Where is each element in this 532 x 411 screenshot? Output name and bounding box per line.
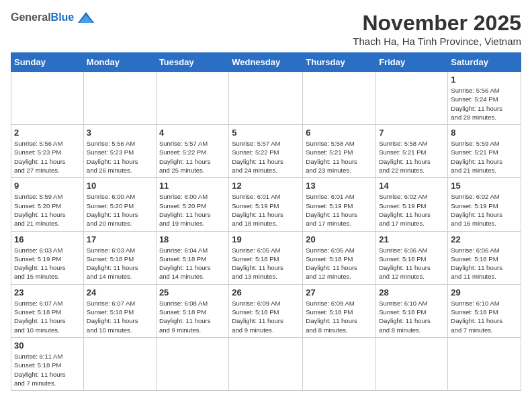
calendar-cell: 1Sunrise: 5:56 AM Sunset: 5:24 PM Daylig…: [448, 72, 521, 125]
day-info: Sunrise: 5:58 AM Sunset: 5:21 PM Dayligh…: [306, 139, 373, 175]
day-info: Sunrise: 5:57 AM Sunset: 5:22 PM Dayligh…: [159, 139, 226, 175]
day-number: 5: [232, 128, 300, 138]
day-info: Sunrise: 6:00 AM Sunset: 5:20 PM Dayligh…: [87, 192, 153, 228]
day-info: Sunrise: 6:07 AM Sunset: 5:18 PM Dayligh…: [87, 299, 153, 334]
calendar-cell: 14Sunrise: 6:02 AM Sunset: 5:19 PM Dayli…: [376, 178, 448, 231]
day-number: 13: [306, 181, 373, 191]
day-info: Sunrise: 5:59 AM Sunset: 5:21 PM Dayligh…: [451, 139, 518, 175]
weekday-saturday: Saturday: [448, 53, 521, 72]
day-info: Sunrise: 6:01 AM Sunset: 5:19 PM Dayligh…: [306, 192, 373, 228]
day-info: Sunrise: 6:03 AM Sunset: 5:18 PM Dayligh…: [87, 246, 153, 281]
day-number: 9: [14, 181, 81, 191]
calendar-cell: 28Sunrise: 6:10 AM Sunset: 5:18 PM Dayli…: [376, 284, 448, 337]
day-number: 15: [451, 181, 518, 191]
day-info: Sunrise: 6:05 AM Sunset: 5:18 PM Dayligh…: [306, 246, 373, 281]
day-info: Sunrise: 5:58 AM Sunset: 5:21 PM Dayligh…: [379, 139, 445, 175]
calendar-cell: [376, 72, 448, 125]
calendar-cell: [303, 337, 376, 390]
calendar-cell: 18Sunrise: 6:04 AM Sunset: 5:18 PM Dayli…: [156, 231, 228, 284]
calendar-cell: [303, 72, 376, 125]
week-row-1: 1Sunrise: 5:56 AM Sunset: 5:24 PM Daylig…: [11, 72, 521, 125]
day-number: 19: [232, 234, 300, 244]
day-info: Sunrise: 6:10 AM Sunset: 5:18 PM Dayligh…: [379, 299, 445, 334]
week-row-4: 16Sunrise: 6:03 AM Sunset: 5:19 PM Dayli…: [11, 231, 521, 284]
day-info: Sunrise: 5:56 AM Sunset: 5:23 PM Dayligh…: [14, 139, 81, 175]
weekday-sunday: Sunday: [11, 53, 84, 72]
calendar-cell: 24Sunrise: 6:07 AM Sunset: 5:18 PM Dayli…: [83, 284, 156, 337]
day-info: Sunrise: 6:09 AM Sunset: 5:18 PM Dayligh…: [232, 299, 300, 334]
weekday-thursday: Thursday: [303, 53, 376, 72]
day-info: Sunrise: 6:07 AM Sunset: 5:18 PM Dayligh…: [14, 299, 81, 334]
calendar-cell: 16Sunrise: 6:03 AM Sunset: 5:19 PM Dayli…: [11, 231, 84, 284]
calendar-cell: [229, 72, 303, 125]
day-number: 2: [14, 128, 81, 138]
day-number: 24: [87, 287, 153, 298]
week-row-3: 9Sunrise: 5:59 AM Sunset: 5:20 PM Daylig…: [11, 178, 521, 231]
weekday-wednesday: Wednesday: [229, 53, 303, 72]
calendar-cell: [156, 72, 228, 125]
calendar-cell: 27Sunrise: 6:09 AM Sunset: 5:18 PM Dayli…: [303, 284, 376, 337]
calendar-cell: [448, 337, 521, 390]
logo: General Blue: [11, 11, 95, 24]
calendar-cell: 4Sunrise: 5:57 AM Sunset: 5:22 PM Daylig…: [156, 125, 228, 178]
day-number: 21: [379, 234, 445, 244]
day-number: 3: [87, 128, 153, 138]
day-number: 8: [451, 128, 518, 138]
day-number: 30: [14, 340, 81, 351]
day-number: 25: [159, 287, 226, 298]
day-info: Sunrise: 6:11 AM Sunset: 5:18 PM Dayligh…: [14, 352, 81, 387]
day-info: Sunrise: 5:56 AM Sunset: 5:23 PM Dayligh…: [87, 139, 153, 175]
location-title: Thach Ha, Ha Tinh Province, Vietnam: [353, 36, 521, 47]
weekday-monday: Monday: [83, 53, 156, 72]
week-row-6: 30Sunrise: 6:11 AM Sunset: 5:18 PM Dayli…: [11, 337, 521, 390]
logo-icon: [77, 11, 95, 24]
calendar-cell: [11, 72, 84, 125]
calendar-cell: 5Sunrise: 5:57 AM Sunset: 5:22 PM Daylig…: [229, 125, 303, 178]
day-number: 4: [159, 128, 226, 138]
day-number: 17: [87, 234, 153, 244]
weekday-friday: Friday: [376, 53, 448, 72]
calendar-cell: [156, 337, 228, 390]
day-info: Sunrise: 6:06 AM Sunset: 5:18 PM Dayligh…: [451, 246, 518, 281]
day-number: 29: [451, 287, 518, 298]
calendar-cell: 23Sunrise: 6:07 AM Sunset: 5:18 PM Dayli…: [11, 284, 84, 337]
day-info: Sunrise: 6:02 AM Sunset: 5:19 PM Dayligh…: [451, 192, 518, 228]
calendar-cell: [229, 337, 303, 390]
day-info: Sunrise: 6:00 AM Sunset: 5:20 PM Dayligh…: [159, 192, 226, 228]
logo-general-text: General: [11, 11, 51, 24]
day-number: 6: [306, 128, 373, 138]
calendar-cell: 29Sunrise: 6:10 AM Sunset: 5:18 PM Dayli…: [448, 284, 521, 337]
calendar-cell: 22Sunrise: 6:06 AM Sunset: 5:18 PM Dayli…: [448, 231, 521, 284]
day-info: Sunrise: 6:10 AM Sunset: 5:18 PM Dayligh…: [451, 299, 518, 334]
day-number: 18: [159, 234, 226, 244]
weekday-tuesday: Tuesday: [156, 53, 228, 72]
day-number: 10: [87, 181, 153, 191]
day-info: Sunrise: 6:05 AM Sunset: 5:18 PM Dayligh…: [232, 246, 300, 281]
calendar-cell: [83, 72, 156, 125]
calendar-cell: 2Sunrise: 5:56 AM Sunset: 5:23 PM Daylig…: [11, 125, 84, 178]
day-number: 28: [379, 287, 445, 298]
day-info: Sunrise: 6:09 AM Sunset: 5:18 PM Dayligh…: [306, 299, 373, 334]
day-info: Sunrise: 6:02 AM Sunset: 5:19 PM Dayligh…: [379, 192, 445, 228]
day-number: 27: [306, 287, 373, 298]
day-info: Sunrise: 5:56 AM Sunset: 5:24 PM Dayligh…: [451, 86, 518, 122]
calendar-cell: 25Sunrise: 6:08 AM Sunset: 5:18 PM Dayli…: [156, 284, 228, 337]
day-info: Sunrise: 5:59 AM Sunset: 5:20 PM Dayligh…: [14, 192, 81, 228]
calendar-cell: 12Sunrise: 6:01 AM Sunset: 5:19 PM Dayli…: [229, 178, 303, 231]
calendar-cell: 21Sunrise: 6:06 AM Sunset: 5:18 PM Dayli…: [376, 231, 448, 284]
calendar-cell: 11Sunrise: 6:00 AM Sunset: 5:20 PM Dayli…: [156, 178, 228, 231]
day-number: 7: [379, 128, 445, 138]
header: General Blue November 2025 Thach Ha, Ha …: [11, 11, 521, 47]
calendar-cell: 8Sunrise: 5:59 AM Sunset: 5:21 PM Daylig…: [448, 125, 521, 178]
day-info: Sunrise: 5:57 AM Sunset: 5:22 PM Dayligh…: [232, 139, 300, 175]
calendar-cell: 17Sunrise: 6:03 AM Sunset: 5:18 PM Dayli…: [83, 231, 156, 284]
calendar-cell: 15Sunrise: 6:02 AM Sunset: 5:19 PM Dayli…: [448, 178, 521, 231]
day-info: Sunrise: 6:01 AM Sunset: 5:19 PM Dayligh…: [232, 192, 300, 228]
week-row-2: 2Sunrise: 5:56 AM Sunset: 5:23 PM Daylig…: [11, 125, 521, 178]
weekday-header-row: SundayMondayTuesdayWednesdayThursdayFrid…: [11, 53, 521, 72]
day-number: 14: [379, 181, 445, 191]
calendar-table: SundayMondayTuesdayWednesdayThursdayFrid…: [11, 52, 521, 391]
calendar-cell: 7Sunrise: 5:58 AM Sunset: 5:21 PM Daylig…: [376, 125, 448, 178]
day-number: 16: [14, 234, 81, 244]
day-number: 23: [14, 287, 81, 298]
